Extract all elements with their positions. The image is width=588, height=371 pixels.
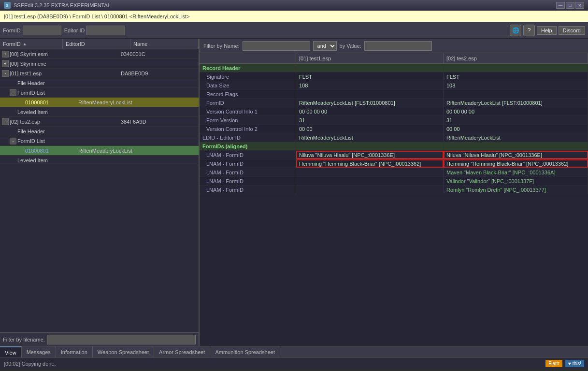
tree-row[interactable]: +[00] Skyrim.exe (0, 59, 199, 69)
tab-information[interactable]: Information (56, 346, 93, 357)
formid-input[interactable] (23, 26, 61, 35)
row-v1: RiftenMeaderyLockList [FLST:01000801] (296, 99, 444, 107)
tree-cell-formid: [00] Skyrim.exe (10, 61, 63, 67)
tree-cell-name: 0340001C (121, 51, 145, 57)
tree-row[interactable]: 01000801RiftenMeaderyLockList (0, 146, 199, 156)
section-v1 (296, 64, 444, 72)
flattr-button[interactable]: Flattr (545, 360, 562, 367)
row-v1 (296, 168, 444, 176)
row-v1 (296, 177, 444, 185)
row-v2: FLST (444, 72, 588, 81)
discord-button[interactable]: Discord (559, 26, 585, 35)
file-tree[interactable]: +[00] Skyrim.esm0340001C+[00] Skyrim.exe… (0, 49, 199, 332)
row-key: FormID (200, 99, 296, 107)
help-button[interactable]: Help (537, 26, 557, 35)
row-v1: 00 00 (296, 125, 444, 133)
data-row: LNAM - FormID Niluva "Niluva Hlaalu" [NP… (200, 151, 588, 159)
status-bar: [00:02] Copying done. Flattr ♥ this! (0, 357, 588, 369)
row-key: LNAM - FormID (200, 168, 296, 176)
row-v2 (444, 90, 588, 98)
main-content: FormID ▲ EditorID Name +[00] Skyrim.esm0… (0, 39, 588, 346)
tree-row[interactable]: -[02] tes2.esp384F6A9D (0, 117, 199, 127)
data-row: Version Control Info 2 00 00 00 00 (200, 125, 588, 133)
row-key: Version Control Info 2 (200, 125, 296, 133)
data-row: EDID - Editor ID RiftenMeaderyLockList R… (200, 133, 588, 142)
and-dropdown[interactable]: and or (313, 41, 337, 51)
tree-expand-icon[interactable]: - (10, 138, 16, 144)
tree-cell-formid: FormID List (17, 90, 71, 96)
tree-expand-icon[interactable]: + (2, 51, 9, 57)
tree-cell-formid: [01] test1.esp (10, 71, 63, 76)
row-v1: 31 (296, 116, 444, 124)
row-key: LNAM - FormID (200, 151, 296, 159)
data-row: LNAM - FormID Hemming "Hemming Black-Bri… (200, 159, 588, 168)
row-key: LNAM - FormID (200, 177, 296, 185)
right-col-key (200, 53, 296, 63)
data-row: LNAM - FormID Valindor "Valindor" [NPC_:… (200, 177, 588, 186)
data-row-section: Record Header (200, 64, 588, 72)
filter-filename-input[interactable] (47, 335, 196, 344)
tree-row[interactable]: File Header (0, 127, 199, 136)
tree-row[interactable]: 01000801RiftenMeaderyLockList (0, 98, 199, 107)
maximize-button[interactable]: □ (566, 2, 574, 9)
tree-cell-editorid: RiftenMeaderyLockList (78, 100, 136, 105)
row-key: Form Version (200, 116, 296, 124)
tree-expand-icon[interactable]: - (2, 118, 9, 125)
tab-ammunition-spreadsheet[interactable]: Ammunition Spreadsheet (210, 346, 280, 357)
row-v2: 00 00 (444, 125, 588, 133)
minimize-button[interactable]: — (556, 2, 565, 9)
data-row: FormID RiftenMeaderyLockList [FLST:01000… (200, 99, 588, 107)
col-header-name: Name (130, 39, 199, 49)
tree-row[interactable]: File Header (0, 78, 199, 88)
tree-row[interactable]: Leveled Item (0, 156, 199, 165)
tab-messages[interactable]: Messages (22, 346, 56, 357)
right-table: Record Header Signature FLST FLST Data S… (200, 64, 588, 346)
tab-weapon-spreadsheet[interactable]: Weapon Spreadsheet (93, 346, 154, 357)
tab-armor-spreadsheet[interactable]: Armor Spreadsheet (154, 346, 210, 357)
tree-row[interactable]: Leveled Item (0, 107, 199, 117)
close-button[interactable]: ✕ (575, 2, 584, 9)
right-panel: Filter by Name: and or by Value: [01] te… (200, 39, 588, 346)
help-icon-btn[interactable]: ? (523, 25, 535, 36)
app-icon: S (4, 2, 11, 9)
row-key: Version Control Info 1 (200, 107, 296, 115)
filter-filename-label: Filter by filename: (3, 337, 45, 342)
filter-by-value-label: by Value: (340, 43, 361, 49)
this-button[interactable]: ♥ this! (565, 360, 584, 367)
tree-row[interactable]: -FormID List (0, 136, 199, 146)
breadcrumb: [01] test1.esp (DA8BE0D9) \ FormID List … (0, 11, 588, 22)
filter-bar: Filter by filename: (0, 332, 199, 346)
tree-cell-formid: 01000801 (25, 148, 78, 154)
filter-name-input[interactable] (243, 41, 310, 51)
tree-cell-formid: FormID List (17, 138, 71, 144)
tree-cell-formid: Leveled Item (17, 109, 71, 115)
left-header: FormID ▲ EditorID Name (0, 39, 199, 49)
row-key: Record Flags (200, 90, 296, 98)
tab-view[interactable]: View (0, 346, 22, 357)
filter-value-input[interactable] (364, 41, 432, 51)
tree-cell-name: DA8BE0D9 (121, 71, 148, 76)
section-key: FormIDs (aligned) (200, 142, 296, 150)
section-key: Record Header (200, 64, 296, 72)
globe-icon[interactable]: 🌐 (510, 25, 521, 36)
window-controls[interactable]: — □ ✕ (556, 2, 584, 9)
editorid-input[interactable] (86, 26, 125, 35)
row-v2: 108 (444, 81, 588, 89)
tree-row[interactable]: -[01] test1.espDA8BE0D9 (0, 69, 199, 78)
tree-expand-icon[interactable]: + (2, 60, 9, 67)
tree-row[interactable]: -FormID List (0, 88, 199, 98)
col-header-editorid: EditorID (63, 39, 130, 49)
tree-expand-icon[interactable]: - (10, 89, 16, 96)
filter-by-name-label: Filter by Name: (203, 43, 240, 49)
row-key: EDID - Editor ID (200, 133, 296, 142)
row-v2: Niluva "Niluva Hlaalu" [NPC_:0001336E] (444, 151, 588, 159)
row-key: Data Size (200, 81, 296, 89)
tree-row[interactable]: +[00] Skyrim.esm0340001C (0, 49, 199, 59)
tree-cell-editorid: RiftenMeaderyLockList (78, 148, 136, 154)
editorid-label: Editor ID (64, 28, 85, 33)
toolbar-icons: 🌐 ? Help Discord (510, 25, 585, 36)
data-row: Version Control Info 1 00 00 00 00 00 00… (200, 107, 588, 116)
tree-cell-formid: [02] tes2.esp (10, 119, 63, 125)
tree-expand-icon[interactable]: - (2, 70, 9, 77)
section-v2 (444, 142, 588, 150)
